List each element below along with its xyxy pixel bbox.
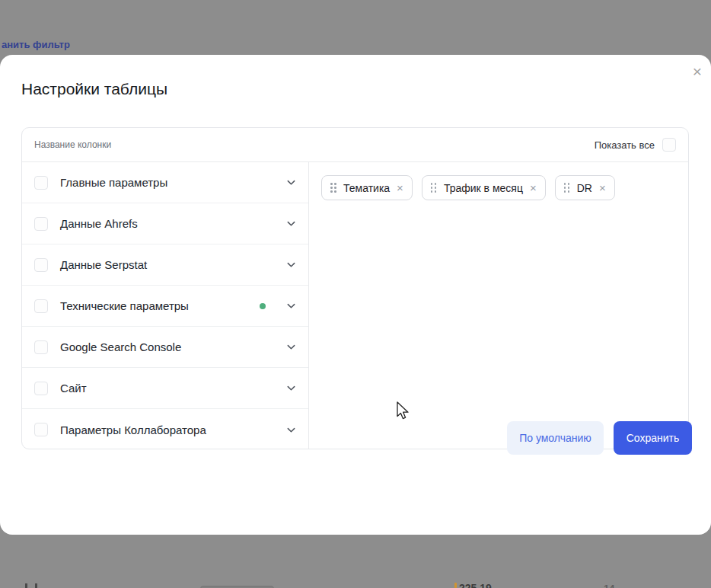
- chevron-down-icon[interactable]: [285, 219, 296, 229]
- chevron-down-icon[interactable]: [285, 177, 296, 188]
- column-group-row[interactable]: Технические параметры: [22, 286, 308, 327]
- group-label: Сайт: [60, 382, 273, 395]
- group-checkbox[interactable]: [34, 176, 48, 190]
- chip-remove-icon[interactable]: ×: [397, 182, 403, 193]
- drag-handle-icon[interactable]: [330, 183, 336, 193]
- chip-label: Трафик в месяц: [444, 182, 523, 194]
- clipped-text-fragment: [25, 583, 37, 588]
- selected-column-chip[interactable]: DR ×: [555, 175, 615, 200]
- drag-handle-icon[interactable]: [431, 183, 437, 193]
- panel-header: Название колонки Показать все: [22, 128, 688, 162]
- group-label: Данные Ahrefs: [60, 217, 273, 230]
- clipped-table-value: 225.19: [454, 582, 492, 588]
- column-groups-list: Главные параметры Данные Ahrefs Данные S…: [22, 162, 309, 449]
- column-group-row[interactable]: Данные Ahrefs: [22, 203, 308, 244]
- column-group-row[interactable]: Сайт: [22, 368, 308, 409]
- chevron-down-icon[interactable]: [285, 260, 296, 270]
- group-checkbox[interactable]: [34, 217, 48, 231]
- column-group-row[interactable]: Данные Serpstat: [22, 244, 308, 286]
- show-all-label: Показать все: [595, 139, 655, 151]
- chip-remove-icon[interactable]: ×: [530, 182, 537, 193]
- show-all-checkbox[interactable]: [662, 138, 676, 152]
- column-name-header: Название колонки: [34, 139, 111, 150]
- chip-remove-icon[interactable]: ×: [599, 182, 606, 193]
- chevron-down-icon[interactable]: [285, 424, 296, 435]
- clipped-table-value-secondary: 14: [604, 583, 614, 588]
- chip-label: DR: [577, 182, 592, 194]
- chevron-down-icon[interactable]: [285, 301, 296, 312]
- drag-handle-icon[interactable]: [564, 183, 570, 193]
- group-label: Параметры Коллаборатора: [60, 423, 273, 436]
- chevron-down-icon[interactable]: [285, 383, 296, 394]
- columns-panel: Название колонки Показать все Главные па…: [21, 127, 689, 449]
- group-checkbox[interactable]: [34, 382, 48, 395]
- close-icon[interactable]: ×: [689, 62, 706, 79]
- green-status-dot: [260, 303, 266, 309]
- clipped-number: 225.19: [459, 582, 492, 588]
- selected-columns-area: Тематика × Трафик в месяц × DR ×: [309, 162, 688, 449]
- group-checkbox[interactable]: [34, 299, 48, 313]
- column-group-row[interactable]: Параметры Коллаборатора: [22, 409, 308, 450]
- show-all-control[interactable]: Показать все: [595, 138, 676, 152]
- column-group-row[interactable]: Главные параметры: [22, 162, 308, 203]
- column-group-row[interactable]: Google Search Console: [22, 327, 308, 368]
- group-checkbox[interactable]: [34, 258, 48, 272]
- panel-body: Главные параметры Данные Ahrefs Данные S…: [22, 162, 688, 449]
- group-checkbox[interactable]: [34, 423, 48, 436]
- group-label: Главные параметры: [60, 176, 273, 189]
- group-label: Технические параметры: [60, 299, 247, 312]
- orange-tick-icon: [454, 583, 457, 588]
- selected-column-chip[interactable]: Тематика ×: [321, 175, 413, 200]
- save-filter-link-clipped[interactable]: анить фильтр: [2, 39, 70, 50]
- modal-title: Настройки таблицы: [21, 80, 167, 98]
- group-label: Google Search Console: [60, 340, 273, 353]
- group-label: Данные Serpstat: [60, 258, 273, 271]
- group-checkbox[interactable]: [34, 340, 48, 354]
- selected-column-chip[interactable]: Трафик в месяц ×: [422, 175, 546, 200]
- chip-label: Тематика: [343, 182, 390, 194]
- save-button[interactable]: Сохранить: [614, 421, 692, 455]
- chevron-down-icon[interactable]: [285, 342, 296, 353]
- default-button[interactable]: По умолчанию: [507, 421, 604, 455]
